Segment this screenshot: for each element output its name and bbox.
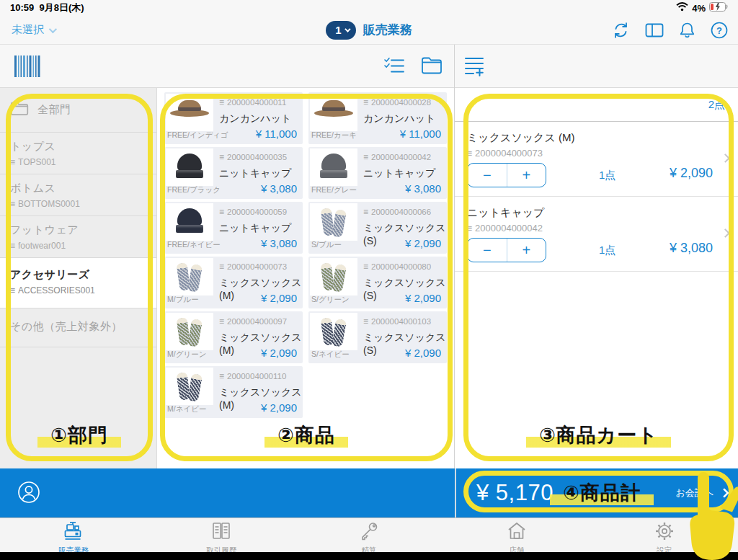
- annotation-label-total: ④商品計: [548, 480, 656, 506]
- page-title: 販売業務: [363, 22, 412, 38]
- battery-charging-icon: [709, 2, 728, 14]
- annotation-label-cart: ③商品カート: [463, 422, 734, 448]
- barcode-icon[interactable]: [14, 55, 42, 80]
- annotation-label-departments: ①部門: [6, 422, 153, 448]
- annotation-box-departments: [6, 94, 153, 461]
- register-icon: [63, 521, 84, 544]
- battery-percent: 4%: [692, 3, 706, 14]
- tab-settlement[interactable]: 精算: [295, 518, 443, 552]
- status-bar: 10:59 9月8日(木) 4%: [0, 0, 738, 16]
- help-icon[interactable]: ?: [711, 22, 728, 39]
- panel-divider: [454, 45, 455, 468]
- svg-text:?: ?: [716, 25, 722, 35]
- key-icon: [359, 521, 379, 544]
- tab-store[interactable]: 店舗: [443, 518, 590, 552]
- pointing-hand-icon: [682, 471, 738, 560]
- ledger-icon: [211, 521, 231, 544]
- folder-icon[interactable]: [421, 55, 443, 77]
- cart-count-value: 1: [335, 24, 341, 36]
- tab-history[interactable]: 取引履歴: [148, 518, 295, 552]
- cart-count-badge[interactable]: 1: [326, 21, 355, 40]
- tab-sales[interactable]: 販売業務: [0, 518, 148, 552]
- nav-bar: 未選択 1 販売業務 ?: [0, 16, 738, 45]
- toolbar: [0, 45, 738, 88]
- bottom-bar-divider: [455, 468, 456, 517]
- home-bar: [0, 552, 738, 560]
- tab-bar: 販売業務 取引履歴 精算 店舗 設定: [0, 517, 738, 552]
- store-icon: [507, 521, 527, 544]
- wifi-icon: [676, 2, 688, 14]
- annotation-box-products: [160, 94, 453, 461]
- add-list-icon[interactable]: [465, 56, 485, 79]
- gear-icon: [654, 521, 675, 544]
- chevron-down-icon: [344, 26, 350, 32]
- pos-app-screen: 10:59 9月8日(木) 4% 未選択 1 販売業務 ?: [0, 0, 738, 560]
- annotation-box-cart: [463, 94, 734, 461]
- customer-icon[interactable]: [17, 481, 40, 507]
- clock: 10:59: [10, 2, 34, 13]
- annotation-label-products: ②商品: [160, 422, 453, 448]
- bell-icon[interactable]: [679, 22, 695, 39]
- status-time-date: 10:59 9月8日(木): [10, 1, 84, 14]
- date: 9月8日(木): [39, 2, 84, 13]
- split-view-icon[interactable]: [645, 22, 664, 38]
- sync-icon[interactable]: [612, 22, 630, 39]
- checklist-icon[interactable]: [384, 57, 404, 79]
